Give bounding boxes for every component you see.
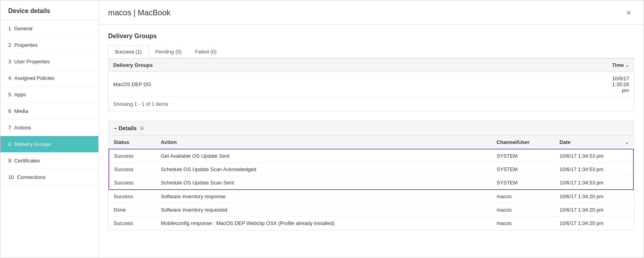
sidebar-item-label: Connections xyxy=(17,174,45,180)
details-col-status: Status xyxy=(109,136,156,149)
details-section: – Details ⊞ StatusActionChannel/UserDate… xyxy=(108,121,634,230)
sidebar-item-user-properties[interactable]: 3User Properties xyxy=(0,53,98,70)
details-date-cell: 10/6/17 1:34:20 pm xyxy=(555,203,633,217)
sidebar-item-num: 3 xyxy=(8,59,11,64)
page-title: macos | MacBook xyxy=(108,8,171,17)
delivery-groups-section: Delivery Groups Success (1)Pending (0)Fa… xyxy=(108,33,634,111)
details-table: StatusActionChannel/UserDate ⌄ SuccessGe… xyxy=(109,136,634,230)
details-table-row: SuccessSchedule OS Update Scan SentSYSTE… xyxy=(109,176,633,190)
sidebar-item-label: General xyxy=(14,26,32,31)
sidebar: Device details 1General2Properties3User … xyxy=(0,0,99,258)
details-channel-cell: macos xyxy=(492,217,555,230)
tab-success[interactable]: Success (1) xyxy=(108,45,149,58)
sidebar-item-properties[interactable]: 2Properties xyxy=(0,37,98,53)
details-col-date: Date ⌄ xyxy=(555,136,633,149)
sidebar-item-num: 9 xyxy=(8,158,11,164)
sidebar-item-label: Assigned Policies xyxy=(14,75,54,81)
details-channel-cell: macos xyxy=(492,203,555,217)
sidebar-item-general[interactable]: 1General xyxy=(0,20,98,37)
main-content: Delivery Groups Success (1)Pending (0)Fa… xyxy=(99,25,644,258)
sidebar-item-certificates[interactable]: 9Certificates xyxy=(0,153,98,169)
sidebar-item-label: Apps xyxy=(14,92,26,98)
details-table-row: SuccessSchedule OS Update Scan Acknowled… xyxy=(109,163,633,176)
sidebar-item-label: Certificates xyxy=(14,158,40,164)
main-header: macos | MacBook × xyxy=(99,0,644,25)
sidebar-item-actions[interactable]: 7Actions xyxy=(0,120,98,136)
details-channel-cell: SYSTEM xyxy=(492,163,555,176)
details-action-cell: Schedule OS Update Scan Acknowledged xyxy=(156,163,492,176)
sidebar-item-num: 4 xyxy=(8,75,11,81)
details-date-cell: 10/6/17 1:34:20 pm xyxy=(555,190,633,203)
details-expand-icon[interactable]: ⊞ xyxy=(140,125,144,131)
details-sort-chevron[interactable]: ⌄ xyxy=(625,140,629,145)
details-status-cell: Success xyxy=(109,217,156,230)
details-status-cell: Success xyxy=(109,190,156,203)
details-status-cell: Success xyxy=(109,149,156,163)
details-col-channel-user: Channel/User xyxy=(492,136,555,149)
sidebar-item-num: 6 xyxy=(8,108,11,114)
sidebar-nav: 1General2Properties3User Properties4Assi… xyxy=(0,20,98,186)
details-title: – Details xyxy=(114,125,137,131)
details-date-cell: 10/6/17 1:34:53 pm xyxy=(555,149,633,163)
sidebar-item-label: User Properties xyxy=(14,59,50,64)
sidebar-item-num: 1 xyxy=(8,26,11,31)
sidebar-title: Device details xyxy=(0,0,98,20)
details-date-cell: 10/6/17 1:34:20 pm xyxy=(555,217,633,230)
sidebar-item-connections[interactable]: 10Connections xyxy=(0,169,98,186)
details-col-action: Action xyxy=(156,136,492,149)
sidebar-item-assigned-policies[interactable]: 4Assigned Policies xyxy=(0,70,98,87)
details-table-row: SuccessMobileconfig response : MacOS DEP… xyxy=(109,217,633,230)
details-action-cell: Software inventory response xyxy=(156,190,492,203)
sidebar-item-label: Media xyxy=(14,108,28,114)
delivery-groups-table: Delivery GroupsTime ⌄ MacOS DEP DG10/6/1… xyxy=(109,59,634,97)
sidebar-item-num: 2 xyxy=(8,42,11,48)
details-channel-cell: SYSTEM xyxy=(492,176,555,190)
sidebar-item-num: 5 xyxy=(8,92,11,98)
details-action-cell: Get Available OS Update Sent xyxy=(156,149,492,163)
sidebar-item-num: 7 xyxy=(8,125,11,131)
delivery-groups-table-wrapper: Delivery GroupsTime ⌄ MacOS DEP DG10/6/1… xyxy=(108,58,634,111)
dg-col-delivery-groups: Delivery Groups xyxy=(109,59,607,72)
details-channel-cell: SYSTEM xyxy=(492,149,555,163)
tab-pending[interactable]: Pending (0) xyxy=(149,45,188,58)
tab-failed[interactable]: Failed (0) xyxy=(188,45,223,58)
details-status-cell: Success xyxy=(109,176,156,190)
dg-time-cell: 10/6/17 1:35:28 pm xyxy=(607,72,634,97)
sidebar-item-apps[interactable]: 5Apps xyxy=(0,87,98,103)
details-table-row: DoneSoftware inventory requestedmacos10/… xyxy=(109,203,633,217)
details-date-cell: 10/6/17 1:34:53 pm xyxy=(555,176,633,190)
details-date-cell: 10/6/17 1:34:53 pm xyxy=(555,163,633,176)
sidebar-item-num: 8 xyxy=(8,141,11,147)
sort-chevron[interactable]: ⌄ xyxy=(625,63,629,68)
details-table-wrapper: StatusActionChannel/UserDate ⌄ SuccessGe… xyxy=(109,136,634,230)
details-header: – Details ⊞ xyxy=(109,121,634,136)
details-table-row: SuccessGet Available OS Update SentSYSTE… xyxy=(109,149,633,163)
details-status-cell: Done xyxy=(109,203,156,217)
sidebar-item-delivery-groups[interactable]: 8Delivery Groups xyxy=(0,136,98,153)
sidebar-item-label: Delivery Groups xyxy=(14,141,51,147)
sidebar-item-media[interactable]: 6Media xyxy=(0,103,98,120)
details-action-cell: Schedule OS Update Scan Sent xyxy=(156,176,492,190)
sidebar-item-label: Actions xyxy=(14,125,31,131)
details-status-cell: Success xyxy=(109,163,156,176)
showing-text: Showing 1 - 1 of 1 items xyxy=(109,97,634,111)
dg-col-time: Time ⌄ xyxy=(607,59,634,72)
details-action-cell: Mobileconfig response : MacOS DEP Webcli… xyxy=(156,217,492,230)
dg-name-cell: MacOS DEP DG xyxy=(109,72,607,97)
table-row: MacOS DEP DG10/6/17 1:35:28 pm xyxy=(109,72,634,97)
close-button[interactable]: × xyxy=(623,7,634,19)
details-action-cell: Software inventory requested xyxy=(156,203,492,217)
main-panel: macos | MacBook × Delivery Groups Succes… xyxy=(99,0,644,258)
sidebar-item-label: Properties xyxy=(14,42,37,48)
details-channel-cell: macos xyxy=(492,190,555,203)
delivery-groups-tabs: Success (1)Pending (0)Failed (0) xyxy=(108,45,634,58)
sidebar-item-num: 10 xyxy=(8,174,14,180)
details-table-row: SuccessSoftware inventory responsemacos1… xyxy=(109,190,633,203)
delivery-groups-title: Delivery Groups xyxy=(108,33,634,40)
